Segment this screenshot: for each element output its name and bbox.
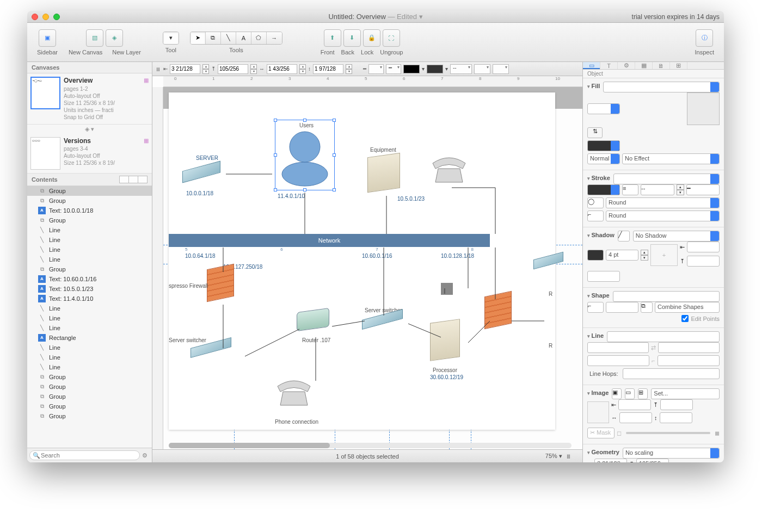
tab-text[interactable]: T [600, 62, 618, 69]
view-grid-button[interactable] [138, 176, 148, 183]
new-layer-button[interactable]: ◈ [106, 29, 123, 47]
outline-row[interactable]: Line [27, 255, 152, 264]
stroke-style-select[interactable]: ━ [686, 184, 720, 195]
lock-button[interactable]: 🔒 [363, 29, 380, 47]
stroke-color-swatch[interactable] [403, 65, 420, 73]
geometry-header[interactable]: Geometry [587, 449, 619, 455]
tab-canvas[interactable]: ▦ [635, 62, 653, 69]
outline-row[interactable]: Line [27, 323, 152, 333]
stroke-weight-select[interactable]: ≡ [622, 184, 638, 195]
switch-shape[interactable] [362, 314, 403, 324]
image-fit-3[interactable]: ⊞ [638, 388, 648, 399]
mask-button[interactable]: ✂ Mask [587, 428, 615, 438]
image-well[interactable] [587, 401, 609, 423]
outline-row[interactable]: Line [27, 304, 152, 313]
h-input[interactable] [313, 64, 343, 74]
y-input[interactable] [218, 64, 248, 74]
blend-mode-select[interactable]: Normal [587, 153, 620, 164]
shape-header[interactable]: Shape [587, 292, 610, 299]
ungroup-button[interactable]: ⛶ [383, 29, 400, 47]
firewall-icon[interactable] [484, 291, 512, 330]
img-y[interactable] [660, 399, 693, 410]
geom-y-input[interactable]: 105/256 in [636, 459, 669, 462]
img-h[interactable] [660, 412, 692, 423]
tools-segment[interactable]: ➤ ⧉ ╲ A ⬠ → [190, 32, 282, 45]
canvas-thumbnail[interactable]: ━◯━▭ [30, 77, 60, 109]
view-list-button[interactable] [119, 176, 129, 183]
outline-row[interactable]: AText: 10.60.0.1/16 [27, 274, 152, 284]
switch-shape[interactable] [191, 343, 231, 352]
dash-select[interactable]: -- [450, 64, 472, 74]
outline-row[interactable]: Group [27, 372, 152, 382]
corner-radius-icon[interactable]: ⌐ [587, 302, 604, 313]
firewall-icon[interactable] [207, 264, 234, 302]
outline-row[interactable]: Line [27, 362, 152, 372]
tab-grid[interactable]: ⊞ [670, 62, 687, 69]
outline-row[interactable]: Group [27, 264, 152, 274]
geom-x-input[interactable]: 3 21/128 in [594, 459, 627, 462]
fill-header[interactable]: Fill [587, 83, 600, 89]
x-input[interactable] [170, 64, 200, 74]
new-canvas-button[interactable]: ▧ [86, 29, 103, 47]
outline-row[interactable]: AText: 10.0.0.1/18 [27, 206, 152, 215]
outline-row[interactable]: Line [27, 235, 152, 245]
canvas-item-overview[interactable]: ━◯━▭ Overview ▦ pages 1-2 Auto-layout Of… [27, 73, 152, 125]
outline-row[interactable]: Line [27, 343, 152, 352]
outline-row[interactable]: Group [27, 411, 152, 421]
shadow-color[interactable] [587, 250, 604, 261]
tab-document[interactable]: 🗎 [653, 62, 670, 69]
shadow-opacity[interactable] [587, 271, 620, 282]
send-back-button[interactable]: ⬇ [343, 29, 361, 47]
zoom-level[interactable]: 75% [545, 453, 557, 459]
line-type-select[interactable] [607, 331, 720, 342]
line-weight-select[interactable]: ━ [386, 64, 401, 74]
shadow-select[interactable]: No Shadow [633, 231, 720, 242]
line-hops-select[interactable] [623, 368, 720, 379]
canvas-viewport[interactable]: 012345678910 SERVER 10.0.0.1/18 [152, 76, 582, 449]
canvas-thumbnail[interactable]: ▭▭▭ [30, 137, 60, 170]
processor-icon[interactable] [430, 319, 460, 361]
outline-row[interactable]: Group [27, 196, 152, 206]
combine-shapes-select[interactable]: Combine Shapes [655, 302, 720, 313]
fill-color2-picker[interactable] [587, 140, 620, 151]
outline-row[interactable]: Group [27, 392, 152, 401]
fill-color-swatch[interactable] [427, 65, 443, 73]
horizontal-scrollbar[interactable] [169, 443, 572, 448]
swap-colors-icon[interactable]: ⇅ [587, 127, 603, 138]
outline-row[interactable]: Line [27, 245, 152, 255]
outline-row[interactable]: Group [27, 215, 152, 225]
contents-list[interactable]: GroupGroupAText: 10.0.0.1/18GroupLineLin… [27, 186, 152, 448]
line-end-size[interactable] [658, 355, 720, 366]
phone-icon[interactable] [275, 378, 313, 408]
img-x[interactable] [618, 399, 651, 410]
stroke-header[interactable]: Stroke [587, 175, 610, 181]
outline-row[interactable]: Group [27, 401, 152, 411]
shadow-y[interactable] [687, 256, 720, 267]
outline-row[interactable]: Line [27, 313, 152, 323]
stroke-color-picker[interactable] [587, 184, 620, 195]
arrow-start-select[interactable] [474, 64, 490, 74]
fill-effect-select[interactable]: No Effect [622, 153, 720, 164]
outline-row[interactable]: ARectangle [27, 333, 152, 343]
view-outline-button[interactable] [128, 176, 138, 183]
corner-radius-input[interactable] [606, 302, 638, 313]
bring-front-button[interactable]: ⬆ [324, 29, 341, 47]
switch-shape[interactable] [533, 256, 563, 265]
shape-picker[interactable] [613, 291, 720, 302]
stroke-dash-select[interactable]: -- [641, 184, 674, 195]
line-start-select[interactable] [587, 342, 649, 353]
edit-points-checkbox[interactable] [681, 315, 689, 322]
scaling-select[interactable]: No scaling [623, 448, 720, 459]
shadow-x[interactable] [687, 242, 720, 252]
shadow-blur-input[interactable]: 4 pt [606, 250, 638, 261]
inspect-button[interactable]: ⓘ [696, 29, 713, 47]
network-bar[interactable]: Network [169, 234, 490, 247]
fill-color-picker[interactable] [587, 103, 620, 114]
sidebar-toggle-button[interactable]: ▣ [39, 29, 56, 47]
tab-object[interactable]: ▭ [583, 62, 600, 69]
tab-properties[interactable]: ⚙ [618, 62, 635, 69]
outline-row[interactable]: AText: 11.4.0.1/10 [27, 294, 152, 304]
image-fit-1[interactable]: ▣ [612, 388, 622, 399]
outline-row[interactable]: Line [27, 352, 152, 362]
outline-row[interactable]: Group [27, 186, 152, 196]
